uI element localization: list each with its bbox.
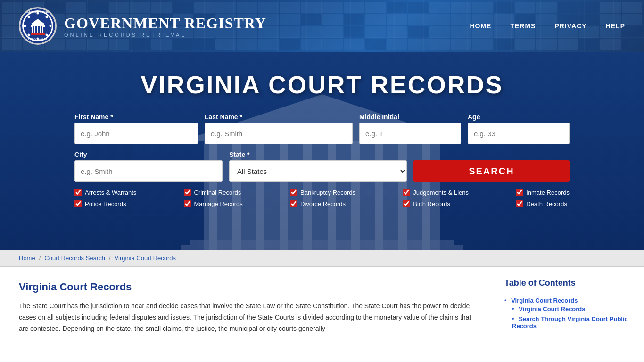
nav-privacy[interactable]: PRIVACY [554, 22, 586, 30]
svg-rect-19 [31, 33, 45, 35]
age-group: Age [468, 113, 570, 144]
checkbox-death[interactable]: Death Records [516, 200, 570, 207]
middle-label: Middle Initial [359, 113, 461, 121]
checkbox-criminal-input[interactable] [184, 189, 191, 196]
toc-item-main: Virginia Court Records Virginia Court Re… [504, 296, 633, 332]
nav-terms[interactable]: TERMS [510, 22, 536, 30]
checkbox-bankruptcy-input[interactable] [290, 189, 297, 196]
state-select[interactable]: All StatesAlabamaAlaskaArizonaArkansasCa… [229, 160, 407, 182]
city-input[interactable] [74, 160, 223, 182]
svg-rect-35 [181, 245, 463, 250]
checkbox-divorce-label: Divorce Records [300, 200, 346, 207]
checkbox-arrests[interactable]: Arrests & Warrants [74, 189, 136, 196]
checkbox-death-input[interactable] [516, 200, 523, 207]
checkbox-police-label: Police Records [85, 200, 126, 207]
checkbox-criminal-label: Criminal Records [194, 189, 241, 196]
checkbox-police[interactable]: Police Records [74, 200, 136, 207]
lastname-label: Last Name * [205, 113, 353, 121]
state-group: State * All StatesAlabamaAlaskaArizonaAr… [229, 151, 407, 182]
checkbox-birth-input[interactable] [403, 200, 410, 207]
toc-title: Table of Contents [504, 278, 633, 288]
breadcrumb-sep-1: / [39, 255, 41, 262]
checkbox-bankruptcy-label: Bankruptcy Records [300, 189, 355, 196]
checkbox-judgements-label: Judgements & Liens [413, 189, 469, 196]
search-form: First Name * Last Name * Middle Initial … [74, 113, 570, 207]
checkbox-inmate-label: Inmate Records [526, 189, 570, 196]
firstname-input[interactable] [74, 123, 198, 144]
checkbox-death-label: Death Records [526, 200, 567, 207]
toc-link-sub2[interactable]: Search Through Virginia Court Public Rec… [512, 315, 628, 329]
checkbox-marriage-label: Marriage Records [194, 200, 243, 207]
lastname-group: Last Name * [205, 113, 353, 144]
site-name: GOVERNMENT REGISTRY [64, 15, 266, 32]
checkbox-col-2: Criminal Records Marriage Records [184, 189, 243, 207]
checkbox-police-input[interactable] [74, 200, 82, 207]
svg-text:GOVERNMENT REGISTRY: GOVERNMENT REGISTRY [25, 11, 51, 14]
breadcrumb-current: Virginia Court Records [115, 255, 176, 262]
breadcrumb-home[interactable]: Home [19, 255, 35, 262]
site-header: // Generate tiles inline [0, 0, 644, 52]
form-row-2: City State * All StatesAlabamaAlaskaAriz… [74, 151, 570, 182]
checkbox-birth-label: Birth Records [413, 200, 450, 207]
hero-title: VIRGINIA COURT RECORDS [141, 71, 504, 99]
svg-point-5 [24, 25, 26, 27]
checkbox-judgements-input[interactable] [403, 189, 410, 196]
checkbox-col-1: Arrests & Warrants Police Records [74, 189, 136, 207]
breadcrumb: Home / Court Records Search / Virginia C… [0, 250, 644, 267]
svg-point-9 [28, 34, 30, 36]
logo-circle: GOVERNMENT REGISTRY PUBLIC RECORDS [19, 7, 57, 45]
svg-point-10 [46, 34, 48, 36]
checkbox-col-5: Inmate Records Death Records [516, 189, 570, 207]
svg-point-8 [46, 16, 48, 18]
toc-subitem-2: Search Through Virginia Court Public Rec… [512, 314, 633, 331]
svg-rect-17 [38, 26, 40, 33]
svg-rect-18 [41, 26, 42, 33]
checkbox-arrests-label: Arrests & Warrants [85, 189, 136, 196]
checkbox-inmate-input[interactable] [516, 189, 523, 196]
checkbox-arrests-input[interactable] [74, 189, 82, 196]
article-title: Virginia Court Records [19, 281, 474, 293]
search-button[interactable]: SEARCH [413, 160, 570, 182]
checkbox-col-4: Judgements & Liens Birth Records [403, 189, 469, 207]
logo-icon: GOVERNMENT REGISTRY PUBLIC RECORDS [20, 8, 55, 43]
main-content: Virginia Court Records The State Court h… [0, 267, 493, 362]
breadcrumb-sep-2: / [109, 255, 111, 262]
svg-point-7 [28, 16, 30, 18]
logo-area: GOVERNMENT REGISTRY PUBLIC RECORDS GOVER… [19, 7, 266, 45]
nav-home[interactable]: HOME [470, 22, 491, 30]
svg-rect-12 [31, 25, 45, 27]
city-group: City [74, 151, 223, 182]
site-title: GOVERNMENT REGISTRY ONLINE RECORDS RETRI… [64, 15, 266, 38]
middle-input[interactable] [359, 123, 461, 144]
age-label: Age [468, 113, 570, 121]
svg-text:PUBLIC RECORDS: PUBLIC RECORDS [28, 38, 48, 40]
article-body: The State Court has the jurisdiction to … [19, 301, 474, 334]
hero-section: VIRGINIA COURT RECORDS First Name * Last… [0, 52, 644, 250]
toc-list: Virginia Court Records Virginia Court Re… [504, 296, 633, 332]
svg-rect-16 [35, 26, 37, 33]
lastname-input[interactable] [205, 123, 353, 144]
state-label: State * [229, 151, 407, 158]
nav-help[interactable]: HELP [606, 22, 625, 30]
svg-point-6 [50, 25, 52, 27]
checkboxes-row: Arrests & Warrants Police Records Crimin… [74, 189, 570, 207]
checkbox-birth[interactable]: Birth Records [403, 200, 469, 207]
checkbox-divorce[interactable]: Divorce Records [290, 200, 355, 207]
checkbox-col-3: Bankruptcy Records Divorce Records [290, 189, 355, 207]
checkbox-bankruptcy[interactable]: Bankruptcy Records [290, 189, 355, 196]
toc-subitem-1: Virginia Court Records [512, 304, 633, 314]
svg-rect-15 [33, 26, 34, 33]
breadcrumb-court[interactable]: Court Records Search [44, 255, 105, 262]
checkbox-marriage-input[interactable] [184, 200, 191, 207]
age-input[interactable] [468, 123, 570, 144]
checkbox-divorce-input[interactable] [290, 200, 297, 207]
checkbox-inmate[interactable]: Inmate Records [516, 189, 570, 196]
checkbox-criminal[interactable]: Criminal Records [184, 189, 243, 196]
toc-link-main[interactable]: Virginia Court Records [511, 297, 578, 304]
checkbox-marriage[interactable]: Marriage Records [184, 200, 243, 207]
checkbox-judgements[interactable]: Judgements & Liens [403, 189, 469, 196]
sidebar: Table of Contents Virginia Court Records… [493, 267, 644, 362]
svg-rect-13 [32, 24, 44, 25]
toc-link-sub1[interactable]: Virginia Court Records [519, 305, 585, 313]
form-row-1: First Name * Last Name * Middle Initial … [74, 113, 570, 144]
